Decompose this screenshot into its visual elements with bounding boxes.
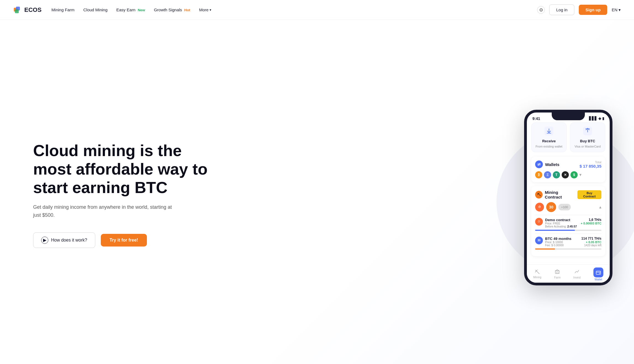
mining-nav-label: Mining — [533, 276, 541, 279]
btc-progress-bar — [535, 248, 601, 250]
btc-th: 114 771 TH/s — [581, 237, 601, 240]
nav-links: Mining Farm Cloud Mining Easy Earn New G… — [51, 7, 211, 12]
login-button[interactable]: Log in — [549, 4, 574, 15]
wifi-icon: ◈ — [598, 116, 601, 121]
bubble-30[interactable]: 30 — [546, 202, 556, 212]
language-selector[interactable]: EN ▾ — [612, 7, 621, 12]
bottom-nav-mining[interactable]: ⛏ Mining — [533, 269, 541, 279]
bottom-nav-invest[interactable]: Invest — [573, 269, 581, 279]
easy-earn-badge: New — [138, 8, 145, 12]
receive-card[interactable]: Receive From existing wallet — [531, 122, 567, 152]
phone-mockup: 9:41 ▋▋▋ ◈ ▮ — [524, 110, 612, 285]
btc-days: 1420 days left — [581, 244, 601, 247]
wallets-total-value: $ 17 850,35 — [580, 164, 601, 168]
download-icon[interactable]: ⊙ — [537, 6, 545, 14]
navbar: ECOS Mining Farm Cloud Mining Easy Earn … — [0, 0, 634, 20]
btc-btc: + 0.05 BTC — [581, 240, 601, 244]
demo-progress-fill — [535, 230, 575, 231]
btc-icon[interactable]: ₿ — [535, 171, 542, 178]
btc-contract-price: Price: $ 10000 — [545, 241, 571, 244]
mining-collapse-button[interactable]: ▴ — [599, 204, 601, 210]
buy-btc-sub: Visa or MasterCard — [575, 145, 601, 148]
buy-contract-button[interactable]: Buy Contract — [577, 190, 601, 199]
wallets-header: ⇄ Wallets Total $ 17 850,35 — [535, 160, 601, 168]
signal-icon: ▋▋▋ — [589, 116, 597, 121]
logo-text: ECOS — [24, 6, 41, 14]
wallets-section: ⇄ Wallets Total $ 17 850,35 ₿ Ξ T — [531, 157, 605, 182]
btc-contract-right: 114 771 TH/s + 0.05 BTC 1420 days left — [581, 237, 601, 247]
demo-btc: + 0.00003 BTC — [581, 222, 601, 225]
demo-contract-icon: ⏱ — [535, 218, 543, 226]
btc-contract-icon: 30 — [535, 237, 543, 244]
demo-contract-right: 1,6 TH/s + 0.00003 BTC — [581, 218, 601, 225]
buy-btc-card[interactable]: Buy BTC Visa or MasterCard — [570, 122, 605, 152]
svg-rect-4 — [547, 133, 551, 133]
lang-chevron-icon: ▾ — [619, 7, 621, 12]
nav-more[interactable]: More ▾ — [199, 7, 211, 12]
hero-subtitle: Get daily mining income from anywhere in… — [33, 203, 177, 219]
crypto-icons-row: ₿ Ξ T ✕ $ ▾ — [535, 171, 601, 178]
mining-icon: ⛏ — [535, 191, 543, 199]
nav-easy-earn[interactable]: Easy Earn New — [116, 7, 145, 12]
growth-signals-badge: Hot — [184, 8, 190, 12]
svg-rect-2 — [15, 9, 19, 13]
invest-nav-icon — [574, 269, 579, 275]
demo-contract-item: ⏱ Demo contract Price: FREE Before Activ… — [535, 215, 601, 234]
hero-actions: ▶ How does it work? Try it for free! — [33, 232, 221, 248]
bubble-plus[interactable]: +100 — [558, 204, 571, 210]
hero-section: Cloud mining is the most affordable way … — [0, 20, 634, 364]
usdt-icon[interactable]: T — [553, 171, 560, 178]
invest-nav-label: Invest — [573, 276, 581, 279]
logo-icon — [13, 6, 22, 14]
status-icons: ▋▋▋ ◈ ▮ — [589, 116, 604, 121]
btc-contract-item: 30 BTC 49 months Price: $ 10000 Fee: $ 0… — [535, 234, 601, 252]
mining-section: ⛏ Mining Contract Buy Contract ⏱ 30 +100… — [531, 186, 605, 256]
wallet-nav-tab — [593, 267, 603, 277]
farm-nav-label: Farm — [554, 276, 561, 279]
buy-btc-title: Buy BTC — [580, 139, 595, 143]
svg-point-10 — [599, 273, 600, 274]
battery-icon: ▮ — [602, 116, 604, 121]
btc-contract-info: BTC 49 months Price: $ 10000 Fee: $ 0.00… — [545, 237, 571, 247]
receive-icon — [545, 127, 553, 137]
svg-rect-9 — [596, 271, 601, 274]
timer-bubble: ⏱ — [535, 203, 544, 212]
usd-icon[interactable]: $ — [570, 171, 578, 178]
mining-title: Mining Contract — [545, 190, 575, 199]
play-icon: ▶ — [41, 237, 48, 244]
wallets-title-row: ⇄ Wallets — [535, 160, 559, 168]
btc-contract-name: BTC 49 months — [545, 237, 571, 241]
contract-bubbles: ⏱ 30 +100 ▴ — [535, 202, 601, 212]
hero-title: Cloud mining is the most affordable way … — [33, 141, 221, 197]
demo-contract-name: Demo contract — [545, 218, 577, 222]
logo[interactable]: ECOS — [13, 6, 41, 14]
hero-right: 9:41 ▋▋▋ ◈ ▮ — [516, 104, 621, 285]
receive-title: Receive — [542, 139, 556, 143]
btc-contract-fee: Fee: $ 0.00000 — [545, 244, 571, 247]
buy-btc-icon — [583, 127, 592, 137]
demo-contract-price: Price: FREE — [545, 222, 577, 225]
nav-left: ECOS Mining Farm Cloud Mining Easy Earn … — [13, 6, 211, 14]
how-it-works-button[interactable]: ▶ How does it work? — [33, 232, 95, 248]
demo-contract-left: ⏱ Demo contract Price: FREE Before Activ… — [535, 218, 577, 228]
nav-growth-signals[interactable]: Growth Signals Hot — [154, 7, 190, 12]
demo-contract-info: Demo contract Price: FREE Before Activat… — [545, 218, 577, 228]
nav-mining-farm[interactable]: Mining Farm — [51, 7, 74, 12]
action-cards: Receive From existing wallet — [531, 122, 605, 152]
demo-progress-bar — [535, 230, 601, 231]
wallets-icon: ⇄ — [535, 160, 543, 168]
signup-button[interactable]: Sign up — [579, 5, 607, 15]
nav-cloud-mining[interactable]: Cloud Mining — [83, 7, 108, 12]
xrp-icon[interactable]: ✕ — [562, 171, 569, 178]
svg-rect-6 — [585, 129, 590, 129]
nav-right: ⊙ Log in Sign up EN ▾ — [537, 4, 621, 15]
demo-before-value: 2:45:57 — [567, 225, 577, 228]
try-free-button[interactable]: Try it for free! — [101, 234, 147, 247]
eth-icon[interactable]: Ξ — [544, 171, 551, 178]
bottom-nav-wallet[interactable]: Wallet — [593, 267, 603, 281]
wallets-collapse-button[interactable]: ▾ — [579, 172, 582, 177]
svg-rect-8 — [556, 272, 558, 274]
bottom-nav-farm[interactable]: Farm — [554, 269, 561, 279]
receive-sub: From existing wallet — [535, 145, 562, 148]
more-chevron-icon: ▾ — [210, 8, 211, 12]
